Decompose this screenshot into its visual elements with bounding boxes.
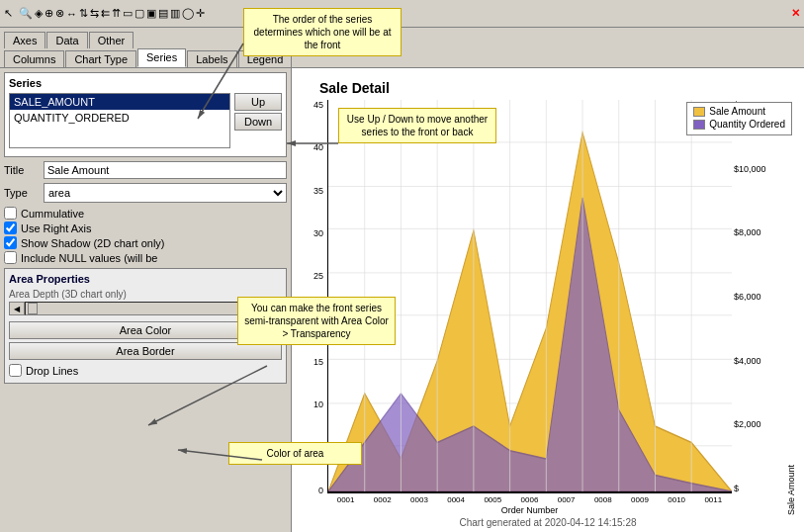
area-color-button[interactable]: Area Color	[9, 321, 282, 339]
tab-row-2: Columns Chart Type Series Labels Legend	[0, 48, 804, 67]
drop-lines-row: Drop Lines	[9, 364, 282, 377]
tool-icon-8[interactable]: ⇈	[112, 7, 121, 20]
drop-lines-checkbox[interactable]	[9, 364, 22, 377]
tab-series[interactable]: Series	[137, 48, 186, 67]
y-right-4000: $4,000	[734, 356, 761, 366]
null-checkbox[interactable]	[4, 251, 17, 264]
legend-color-quantity	[693, 120, 705, 130]
y-right-6000: $6,000	[734, 292, 761, 302]
tab-row-1: Axes Data Other	[0, 28, 804, 48]
checkbox-right-axis: Use Right Axis	[4, 222, 287, 234]
x-label-0003: 0003	[410, 495, 428, 504]
y-right-10000: $10,000	[734, 164, 766, 174]
cummulative-checkbox[interactable]	[4, 207, 17, 220]
tool-icon-7[interactable]: ⇇	[101, 7, 110, 20]
tab-columns[interactable]: Columns	[4, 50, 64, 67]
y-left-30: 30	[313, 228, 323, 238]
tool-icon-2[interactable]: ⊕	[45, 7, 53, 20]
series-item-quantity[interactable]: QUANTITY_ORDERED	[10, 110, 229, 126]
sale-amount-axis-label: Sale Amount	[786, 100, 796, 515]
tab-axes[interactable]: Axes	[4, 32, 45, 48]
cursor-icon[interactable]: ↖	[4, 7, 13, 20]
down-button[interactable]: Down	[234, 113, 282, 131]
chart-title: Sale Detail	[319, 80, 390, 96]
x-label-0005: 0005	[484, 495, 501, 504]
up-button[interactable]: Up	[234, 93, 282, 111]
right-axis-label: Use Right Axis	[21, 222, 92, 234]
type-select[interactable]: area bar line scatter	[44, 183, 287, 203]
y-right-8000: $8,000	[734, 227, 761, 237]
tool-icon-10[interactable]: ▢	[134, 7, 144, 20]
area-properties: Area Properties Area Depth (3D chart onl…	[4, 268, 287, 384]
legend-label-sale: Sale Amount	[709, 106, 765, 117]
x-label-0004: 0004	[447, 495, 465, 504]
content-area: Series SALE_AMOUNT QUANTITY_ORDERED Up D…	[0, 67, 804, 532]
chart-footer: Chart generated at 2020-04-12 14:15:28	[300, 517, 796, 528]
title-input[interactable]	[44, 161, 287, 179]
tab-data[interactable]: Data	[46, 32, 87, 48]
tool-icon-9[interactable]: ▭	[123, 7, 133, 20]
legend-color-sale	[693, 107, 705, 117]
close-icon[interactable]: ✕	[791, 7, 800, 20]
zoom-icon[interactable]: 🔍	[19, 7, 33, 20]
area-border-button[interactable]: Area Border	[9, 342, 282, 360]
y-right-0: $	[734, 484, 739, 493]
right-panel: Sale Detail Sale Amount Quantity Ordered	[292, 68, 804, 532]
tool-icon-13[interactable]: ▥	[170, 7, 180, 20]
checkbox-null: Include NULL values (will be	[4, 251, 287, 264]
series-list-container: SALE_AMOUNT QUANTITY_ORDERED Up Down	[9, 93, 282, 148]
y-left-40: 40	[313, 142, 323, 152]
y-left-35: 35	[313, 186, 323, 196]
tool-icon-12[interactable]: ▤	[158, 7, 168, 20]
tool-icon-11[interactable]: ▣	[146, 7, 156, 20]
tab-other[interactable]: Other	[89, 32, 134, 48]
legend-item-quantity: Quantity Ordered	[693, 119, 785, 130]
chart-legend: Sale Amount Quantity Ordered	[686, 102, 792, 135]
x-axis-label: Order Number	[327, 504, 732, 515]
chart-body-container: 0001 0002 0003 0004 0005 0006 0007 0008 …	[327, 100, 732, 515]
tool-icon-5[interactable]: ⇅	[79, 7, 88, 20]
null-label: Include NULL values (will be	[21, 252, 157, 264]
y-axis-right: $12,000 $10,000 $8,000 $6,000 $4,000 $2,…	[732, 100, 786, 515]
tool-icon-1[interactable]: ◈	[35, 7, 43, 20]
main-container: ↖ 🔍 ◈ ⊕ ⊗ ↔ ⇅ ⇆ ⇇ ⇈ ▭ ▢ ▣ ▤ ▥ ◯ ✛ ✕ Axes…	[0, 0, 804, 532]
x-label-0008: 0008	[594, 495, 612, 504]
tab-legend[interactable]: Legend	[238, 50, 293, 67]
title-label: Title	[4, 164, 40, 176]
x-label-0007: 0007	[558, 495, 576, 504]
slider-container: ◀ ▶	[9, 302, 282, 315]
slider-track[interactable]	[25, 302, 266, 315]
chart-body	[327, 100, 732, 492]
slider-left-arrow[interactable]: ◀	[9, 302, 25, 315]
series-item-sale-amount[interactable]: SALE_AMOUNT	[10, 94, 229, 110]
tab-labels[interactable]: Labels	[187, 50, 236, 67]
x-label-0001: 0001	[337, 495, 355, 504]
shadow-label: Show Shadow (2D chart only)	[21, 237, 165, 249]
type-field-row: Type area bar line scatter	[4, 183, 287, 203]
series-group-title: Series	[9, 77, 282, 89]
series-list[interactable]: SALE_AMOUNT QUANTITY_ORDERED	[9, 93, 230, 148]
shadow-checkbox[interactable]	[4, 236, 17, 249]
tool-icon-3[interactable]: ⊗	[55, 7, 64, 20]
area-props-title: Area Properties	[9, 273, 282, 285]
tool-icon-14[interactable]: ◯	[182, 7, 194, 20]
title-field-row: Title	[4, 161, 287, 179]
tab-chart-type[interactable]: Chart Type	[65, 50, 136, 67]
tool-icon-4[interactable]: ↔	[66, 8, 77, 20]
x-label-0009: 0009	[631, 495, 649, 504]
tool-icon-15[interactable]: ✛	[196, 7, 205, 20]
y-left-0: 0	[318, 486, 323, 495]
x-axis-labels: 0001 0002 0003 0004 0005 0006 0007 0008 …	[327, 492, 732, 504]
y-left-25: 25	[313, 271, 323, 281]
y-left-10: 10	[313, 399, 323, 409]
right-axis-checkbox[interactable]	[4, 222, 17, 234]
checkbox-shadow: Show Shadow (2D chart only)	[4, 236, 287, 249]
tool-icon-6[interactable]: ⇆	[90, 7, 99, 20]
left-panel: Series SALE_AMOUNT QUANTITY_ORDERED Up D…	[0, 68, 292, 532]
slider-right-arrow[interactable]: ▶	[266, 302, 282, 315]
x-label-0010: 0010	[668, 495, 685, 504]
y-axis-left: 45 40 35 30 25 20 15 10 5 0	[300, 100, 327, 515]
y-right-2000: $2,000	[734, 419, 761, 429]
checkbox-cummulative: Cummulative	[4, 207, 287, 220]
chart-svg	[328, 100, 732, 491]
